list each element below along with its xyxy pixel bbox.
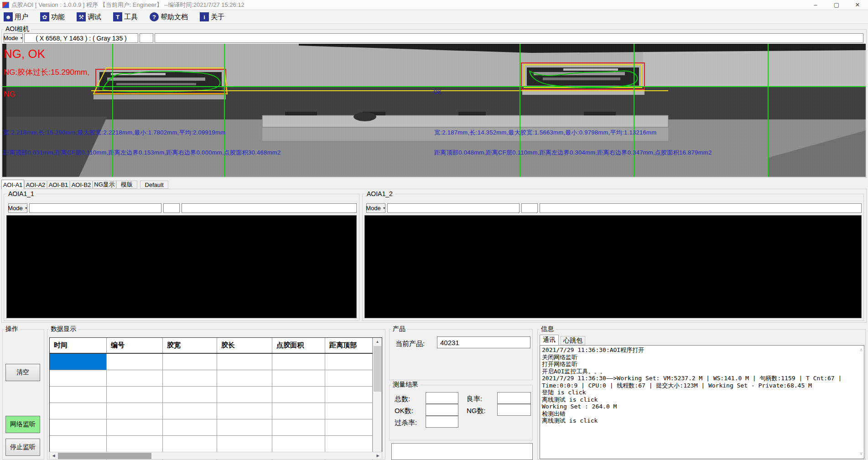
table-cell[interactable] [107,436,163,452]
minimize-button[interactable]: – [805,0,826,10]
tab-template[interactable]: 模版 [116,181,137,189]
tool-icon: T [113,12,122,21]
table-cell[interactable] [50,403,107,419]
panel-left-image-view[interactable] [6,215,357,318]
toolbar-item-debug[interactable]: ⚒ 调试 [77,12,101,21]
table-cell[interactable] [107,403,163,419]
col-header-glue-length[interactable]: 胶长 [217,338,272,353]
table-row[interactable] [50,370,373,387]
camera-scene [2,44,866,177]
tab-heartbeat[interactable]: 心跳包 [561,336,585,345]
table-horizontal-scrollbar[interactable]: ◀ ▶ [49,452,382,460]
table-cell[interactable] [107,419,163,435]
table-cell[interactable] [163,354,217,370]
table-row[interactable] [50,403,373,419]
table-row[interactable] [50,354,373,370]
window-title: 点胶AOI [ Version : 1.0.0.9 ] 程序 【当前用户: En… [11,1,244,9]
table-cell[interactable] [325,354,373,370]
toolbar-item-about[interactable]: i 关于 [200,12,224,21]
tab-comm[interactable]: 通讯 [540,335,559,345]
table-cell[interactable] [217,354,272,370]
panel-left-mode-dropdown[interactable]: Mode ▼ [8,203,27,213]
table-cell[interactable] [163,370,217,386]
log-line: 检测出错 [542,410,858,418]
comm-log[interactable]: 2021/7/29 11:36:30:AOI程序打开 关闭网络监听 打开网络监听… [540,345,864,459]
panel-right-image-view[interactable] [364,215,862,318]
toolbar-item-user[interactable]: ☻ 用户 [4,12,28,21]
about-icon: i [200,12,209,21]
table-cell[interactable] [50,387,107,403]
camera-mode-dropdown[interactable]: Mode ▼ [4,33,23,43]
tab-ng-display[interactable]: NG显示 [93,181,116,189]
right-measure-line1: 宽:2.187mm,长:14.352mm,最大胶宽:1.5663mm,最小:0.… [434,129,656,136]
table-cell[interactable] [217,370,272,386]
panel-left-label: AOIA1_1 [6,190,36,197]
current-product-input[interactable] [437,336,530,348]
table-cell[interactable] [217,387,272,403]
scroll-up-icon[interactable]: ▲ [373,338,382,346]
table-row[interactable] [50,436,373,452]
mode-label: Mode [366,205,381,212]
table-cell[interactable] [107,387,163,403]
table-vertical-scrollbar[interactable]: ▲ ▼ [373,338,382,459]
table-row[interactable] [50,419,373,436]
table-cell[interactable] [50,436,107,452]
scrollbar-thumb[interactable] [58,453,151,459]
table-cell[interactable] [325,370,373,386]
close-button[interactable]: ✕ [847,0,868,10]
toolbar-item-help[interactable]: ? 帮助文档 [150,12,188,21]
tab-aoi-a1[interactable]: AOI-A1 [1,180,24,189]
log-line: 开启AOI监控工具。。。 [542,368,858,375]
panel-right-field-1 [387,203,520,213]
table-cell[interactable] [163,403,217,419]
col-header-area[interactable]: 点胶面积 [272,338,325,353]
toolbar-item-tools[interactable]: T 工具 [113,12,138,21]
table-cell[interactable] [272,387,325,403]
table-cell-selected[interactable] [50,354,107,370]
table-cell[interactable] [272,354,325,370]
table-cell[interactable] [325,436,373,452]
col-header-time[interactable]: 时间 [50,338,107,353]
table-cell[interactable] [272,436,325,452]
chevron-up-icon[interactable]: ∧ [859,347,863,353]
table-cell[interactable] [272,403,325,419]
tab-aoi-a2[interactable]: AOI-A2 [24,181,47,189]
table-cell[interactable] [107,370,163,386]
tab-default[interactable]: Default [140,181,168,189]
camera-image[interactable]: NG, OK NG:胶体过长:15.290mm, NG OK 宽:2.218mm… [2,44,866,177]
panel-right-mode-dropdown[interactable]: Mode ▼ [366,203,385,213]
col-header-glue-width[interactable]: 胶宽 [163,338,217,353]
table-cell[interactable] [272,419,325,435]
table-cell[interactable] [272,370,325,386]
table-cell[interactable] [50,419,107,435]
network-listen-button[interactable]: 网络监听 [5,416,40,433]
table-cell[interactable] [325,387,373,403]
chevron-down-icon[interactable]: ∨ [859,450,863,456]
table-cell[interactable] [325,403,373,419]
col-header-top-distance[interactable]: 距离顶部 [325,338,373,353]
table-cell[interactable] [163,387,217,403]
toolbar-item-function[interactable]: ✿ 功能 [40,12,65,21]
table-cell[interactable] [50,370,107,386]
scrollbar-thumb[interactable] [374,346,381,392]
scroll-left-icon[interactable]: ◀ [50,452,57,459]
scroll-right-icon[interactable]: ▶ [374,452,382,459]
clear-button[interactable]: 清空 [5,364,40,381]
col-header-id[interactable]: 编号 [107,338,163,353]
table-cell[interactable] [217,403,272,419]
table-cell[interactable] [107,354,163,370]
stop-listen-button[interactable]: 停止监听 [5,439,40,456]
table-cell[interactable] [217,419,272,435]
maximize-button[interactable]: ▢ [826,0,847,10]
log-line: 打开网络监听 [542,361,858,368]
table-row[interactable] [50,387,373,403]
tab-aoi-b1[interactable]: AOI-B1 [47,181,70,189]
tab-aoi-b2[interactable]: AOI-B2 [70,181,93,189]
ng-label-overlay: NG [4,90,16,99]
table-cell[interactable] [163,419,217,435]
overkill-label: 过杀率: [395,419,417,427]
results-extra-box [391,443,533,460]
table-cell[interactable] [163,436,217,452]
table-cell[interactable] [217,436,272,452]
table-cell[interactable] [325,419,373,435]
